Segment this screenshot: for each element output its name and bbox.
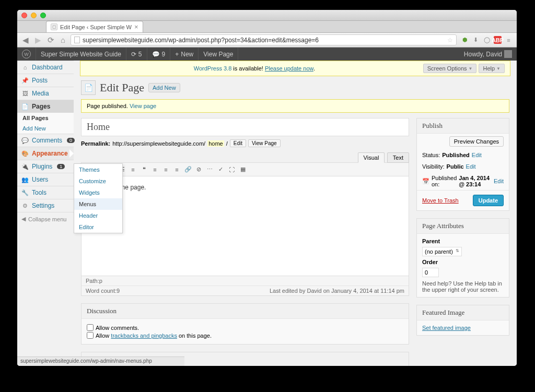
view-page-link[interactable]: View page — [130, 103, 156, 109]
discussion-title: Discussion — [82, 304, 409, 319]
page-title: Edit Page — [100, 81, 144, 94]
adblock-icon[interactable]: ABP — [494, 36, 502, 44]
editor-content[interactable]: our new home page. — [82, 176, 409, 276]
flyout-menus[interactable]: Menus — [74, 198, 122, 210]
help-label: Help — [483, 65, 495, 72]
set-featured-image-link[interactable]: Set featured image — [422, 325, 471, 331]
sidebar-item-plugins[interactable]: 🔌Plugins1 — [17, 160, 74, 173]
sidebar-item-settings[interactable]: ⚙Settings — [17, 199, 74, 212]
extension-icon[interactable]: ◯ — [483, 36, 491, 44]
edit-permalink-button[interactable]: Edit — [230, 139, 246, 147]
allow-trackbacks-row[interactable]: Allow trackbacks and pingbacks on this p… — [87, 332, 403, 339]
parent-select[interactable]: (no parent) ⇅ — [422, 247, 462, 256]
add-new-button[interactable]: Add New — [148, 83, 180, 92]
pin-icon: 📌 — [21, 77, 29, 84]
main-column: Permalink: http://supersimplewebsiteguid… — [81, 118, 409, 366]
forward-button[interactable]: ▶ — [34, 35, 42, 45]
close-tab-button[interactable]: × — [134, 23, 138, 31]
sidebar-item-dashboard[interactable]: ⌂Dashboard — [17, 61, 74, 74]
edit-status-link[interactable]: Edit — [472, 152, 482, 158]
sidebar-item-tools[interactable]: 🔧Tools — [17, 186, 74, 199]
edit-date-link[interactable]: Edit — [494, 178, 504, 184]
wp-logo-menu[interactable]: W — [17, 47, 36, 61]
number-list-button[interactable]: ≡ — [128, 164, 138, 174]
sidebar-item-posts[interactable]: 📌Posts — [17, 74, 74, 87]
flyout-editor[interactable]: Editor — [74, 221, 122, 233]
sidebar-item-users[interactable]: 👥Users — [17, 173, 74, 186]
collapse-menu-button[interactable]: ◀Collapse menu — [17, 212, 74, 225]
kitchensink-button[interactable]: ▦ — [238, 164, 248, 174]
new-content-menu[interactable]: + New — [170, 47, 199, 61]
link-button[interactable]: 🔗 — [183, 164, 193, 174]
update-nag: WordPress 3.8 is available! Please updat… — [80, 61, 510, 76]
tab-visual[interactable]: Visual — [358, 152, 385, 163]
pocket-icon[interactable]: ⬇ — [472, 36, 480, 44]
help-button[interactable]: Help ▼ — [479, 64, 505, 73]
collapse-label: Collapse menu — [28, 216, 66, 222]
sidebar-item-appearance[interactable]: 🎨Appearance — [17, 147, 74, 160]
wp-version-link[interactable]: WordPress 3.8 — [194, 65, 232, 72]
attrs-help-text: Need help? Use the Help tab in the upper… — [422, 280, 504, 293]
trackbacks-link[interactable]: trackbacks and pingbacks — [111, 332, 177, 339]
edit-visibility-link[interactable]: Edit — [466, 163, 476, 170]
updates-menu[interactable]: ⟳ 5 — [126, 47, 147, 61]
allow-comments-checkbox[interactable] — [87, 324, 94, 331]
sidebar-item-media[interactable]: 🖼Media — [17, 87, 74, 100]
reload-button[interactable]: ⟳ — [46, 35, 55, 45]
allow-trackbacks-checkbox[interactable] — [87, 332, 94, 339]
preview-button[interactable]: Preview Changes — [449, 136, 504, 147]
order-input[interactable] — [422, 268, 439, 277]
attrs-title: Page Attributes — [417, 219, 509, 234]
align-left-button[interactable]: ≡ — [150, 164, 160, 174]
close-window-button[interactable] — [21, 13, 27, 18]
fullscreen-button[interactable]: ⛶ — [227, 164, 237, 174]
my-account-menu[interactable]: Howdy, David — [459, 50, 517, 58]
titlebar — [17, 10, 517, 21]
more-button[interactable]: ⋯ — [205, 164, 215, 174]
align-center-button[interactable]: ≡ — [161, 164, 171, 174]
admin-body: ⌂Dashboard 📌Posts 🖼Media 📄Pages All Page… — [17, 61, 517, 366]
path-label: Path: — [86, 278, 99, 284]
sidebar-item-pages[interactable]: 📄Pages — [17, 100, 74, 113]
editor-tabs: Visual Text — [81, 152, 409, 163]
unlink-button[interactable]: ⊘ — [194, 164, 204, 174]
back-button[interactable]: ◀ — [21, 35, 30, 45]
view-page-link[interactable]: View Page — [199, 47, 238, 61]
order-label: Order — [422, 259, 438, 265]
align-right-button[interactable]: ≡ — [172, 164, 182, 174]
quote-button[interactable]: ❝ — [139, 164, 149, 174]
post-title-input[interactable] — [81, 118, 409, 136]
publish-box: Publish Preview Changes Status: Publishe… — [416, 118, 509, 211]
sidebar-label: Tools — [32, 189, 46, 196]
permalink-base: http://supersimplewebsiteguide.com/ — [112, 140, 205, 147]
permalink-slug[interactable]: home — [207, 140, 224, 147]
screen-options-button[interactable]: Screen Options ▼ — [423, 64, 477, 73]
view-page-button[interactable]: View Page — [248, 139, 281, 147]
comments-menu[interactable]: 💬 9 — [147, 47, 171, 61]
browser-tab[interactable]: ▢ Edit Page ‹ Super Simple W × — [46, 21, 143, 32]
chrome-menu-button[interactable]: ≡ — [505, 36, 513, 44]
submenu-add-new[interactable]: Add New — [17, 123, 74, 134]
bookmark-star-icon[interactable]: ☆ — [447, 37, 453, 44]
flyout-themes[interactable]: Themes — [74, 164, 122, 175]
zoom-window-button[interactable] — [40, 13, 46, 18]
flyout-customize[interactable]: Customize — [74, 175, 122, 187]
flyout-header[interactable]: Header — [74, 210, 122, 221]
tab-title: Edit Page ‹ Super Simple W — [60, 24, 132, 30]
update-now-link[interactable]: Please update now — [265, 65, 313, 72]
submenu-all-pages[interactable]: All Pages — [17, 113, 74, 123]
move-to-trash-link[interactable]: Move to Trash — [422, 197, 459, 204]
tab-text[interactable]: Text — [387, 152, 409, 163]
flyout-widgets[interactable]: Widgets — [74, 187, 122, 198]
home-button[interactable]: ⌂ — [60, 35, 66, 44]
publish-title: Publish — [417, 118, 509, 134]
minimize-window-button[interactable] — [31, 13, 37, 18]
sidebar-item-comments[interactable]: 💬Comments0 — [17, 134, 74, 147]
update-button[interactable]: Update — [473, 195, 504, 206]
site-name-menu[interactable]: Super Simple Website Guide — [36, 47, 126, 61]
spellcheck-button[interactable]: ✓ — [216, 164, 226, 174]
allow-comments-row[interactable]: Allow comments. — [87, 324, 403, 331]
comments-count: 9 — [162, 51, 166, 58]
url-input[interactable]: supersimplewebsiteguide.com/wp-admin/pos… — [71, 34, 457, 45]
evernote-icon[interactable]: ⬢ — [461, 36, 469, 44]
